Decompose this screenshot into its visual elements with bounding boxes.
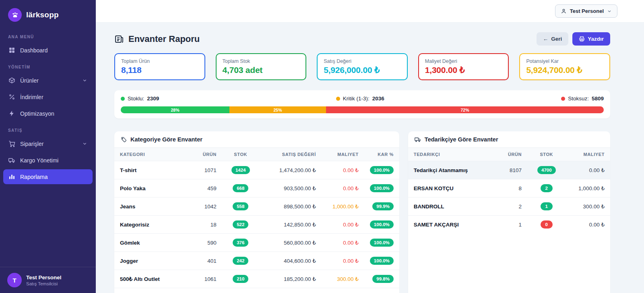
sidebar-item-siparisler[interactable]: Siparişler	[3, 136, 93, 151]
table-row[interactable]: ERSAN KOTÇU 8 2 1,000.00 ₺	[408, 179, 610, 197]
main-area: Test Personel Envanter Raporu ← Geri Yaz…	[96, 0, 644, 293]
column-header[interactable]: STOK	[222, 148, 259, 161]
bar-segment-kritik: 25%	[229, 106, 326, 113]
profit-badge: 99.8%	[372, 275, 394, 283]
table-row[interactable]: Kategorisiz 18 522 142,850.00 ₺ 0.00 ₺ 1…	[114, 216, 399, 234]
stock-badge: 242	[233, 257, 248, 265]
sidebar-item-label: Ürünler	[20, 77, 39, 84]
bar-segment-stoksuz: 72%	[326, 106, 604, 113]
sidebar-item-dashboard[interactable]: Dashboard	[3, 43, 93, 58]
column-header[interactable]: ÜRÜN	[188, 148, 222, 161]
stock-badge: 1	[541, 202, 553, 210]
column-header[interactable]: KATEGORI	[114, 148, 188, 161]
avatar: T	[7, 273, 22, 287]
print-button-label: Yazdır	[588, 36, 604, 42]
table-row[interactable]: Polo Yaka 459 668 903,500.00 ₺ 0.00 ₺ 10…	[114, 179, 399, 197]
profit-badge: 100.0%	[370, 166, 394, 174]
paw-logo-icon	[8, 8, 22, 22]
stat-label: Toplam Stok	[223, 58, 300, 64]
legend-label: Stoklu:	[128, 96, 144, 102]
table-row[interactable]: BANDROLL 2 1 300.00 ₺	[408, 197, 610, 216]
app-name: lärksopp	[26, 10, 59, 19]
column-header[interactable]: SATIŞ DEĞERİ	[259, 148, 322, 161]
column-header[interactable]: MALIYET	[322, 148, 364, 161]
stock-badge: 4700	[537, 166, 556, 174]
box-icon	[8, 77, 15, 84]
print-button[interactable]: Yazdır	[572, 32, 610, 46]
topbar: Test Personel	[96, 0, 644, 23]
sidebar: lärksopp ANA MENÜ Dashboard YÖNETİM Ürün…	[0, 0, 96, 293]
stock-badge: 668	[233, 184, 248, 192]
legend-stoksuz: Stoksuz: 5809	[561, 96, 604, 102]
legend-value: 5809	[592, 96, 604, 102]
profit-badge: 100.0%	[370, 257, 394, 265]
sidebar-item-kargo-yonetimi[interactable]: Kargo Yönetimi	[3, 153, 93, 168]
table-row[interactable]: Jeans 1042 558 898,500.00 ₺ 1,000.00 ₺ 9…	[114, 197, 399, 216]
column-header[interactable]: STOK	[527, 148, 566, 161]
sidebar-item-urunler[interactable]: Ürünler	[3, 73, 93, 88]
report-icon	[114, 34, 124, 44]
column-header[interactable]: KAR %	[364, 148, 399, 161]
person-icon	[561, 8, 567, 14]
column-header[interactable]: ÜRÜN	[495, 148, 527, 161]
table-row[interactable]: 500₺ Altı Outlet 1061 210 185,200.00 ₺ 3…	[114, 270, 399, 288]
bolt-icon	[8, 110, 15, 117]
sidebar-item-label: Kargo Yönetimi	[20, 157, 58, 164]
sidebar-user[interactable]: T Test Personel Satış Temsilcisi	[0, 267, 96, 293]
supplier-table-card: Tedarikçiye Göre Envanter TEDARIKÇI ÜRÜN…	[408, 131, 610, 293]
sidebar-spacer	[0, 185, 96, 267]
legend-kritik: Kritik (1-3): 2036	[336, 96, 384, 102]
stat-label: Potansiyel Kar	[526, 58, 603, 64]
table-row[interactable]: Jogger 401 242 404,600.00 ₺ 0.00 ₺ 100.0…	[114, 252, 399, 270]
supplier-table-title: Tedarikçiye Göre Envanter	[425, 136, 498, 143]
stat-value: 4,703 adet	[223, 65, 300, 75]
sidebar-item-label: İndirimler	[20, 94, 43, 100]
sidebar-item-raporlama[interactable]: Raporlama	[3, 169, 93, 184]
stock-status-card: Stoklu: 2309 Kritik (1-3): 2036 Stoksuz:…	[114, 90, 610, 118]
sidebar-item-label: Dashboard	[20, 47, 48, 54]
stat-cards-row: Toplam Ürün 8,118 Toplam Stok 4,703 adet…	[114, 53, 610, 80]
bar-chart-icon	[8, 173, 15, 180]
sidebar-item-optimizasyon[interactable]: Optimizasyon	[3, 106, 93, 121]
table-row[interactable]: Gömlek 590 376 560,800.00 ₺ 0.00 ₺ 100.0…	[114, 234, 399, 252]
stat-label: Satış Değeri	[324, 58, 401, 64]
legend-value: 2309	[147, 96, 159, 102]
category-table: KATEGORI ÜRÜN STOK SATIŞ DEĞERİ MALIYET …	[114, 148, 399, 293]
table-row[interactable]: SAMET AKÇARŞI 1 0 0.00 ₺	[408, 216, 610, 234]
sidebar-item-indirimler[interactable]: İndirimler	[3, 89, 93, 104]
printer-icon	[579, 36, 585, 42]
sidebar-item-label: Optimizasyon	[20, 110, 54, 117]
category-table-card: Kategoriye Göre Envanter KATEGORI ÜRÜN S…	[114, 131, 399, 293]
section-label-satis: SATIŞ	[0, 122, 96, 135]
supplier-table: TEDARIKÇI ÜRÜN STOK MALIYET Tedarikçi At…	[408, 148, 610, 233]
stat-value: 8,118	[121, 65, 198, 75]
profit-badge: 99.9%	[372, 202, 394, 210]
cart-icon	[8, 140, 15, 147]
profit-badge: 100.0%	[370, 184, 394, 192]
page-title: Envanter Raporu	[128, 34, 200, 44]
arrow-left-icon: ←	[543, 36, 549, 42]
column-header[interactable]: TEDARIKÇI	[408, 148, 495, 161]
column-header[interactable]: MALIYET	[566, 148, 611, 161]
sidebar-item-label: Raporlama	[20, 174, 47, 180]
stat-value: 5,926,000.00 ₺	[324, 65, 401, 75]
user-menu-button[interactable]: Test Personel	[555, 4, 617, 18]
percent-icon	[8, 94, 15, 100]
table-row[interactable]: Mont-Ceket 912 175 403,000.00 ₺ 0.00 ₺ 1…	[114, 288, 399, 293]
legend-value: 2036	[372, 96, 384, 102]
stat-card-maliyet-degeri: Maliyet Değeri 1,300.00 ₺	[418, 53, 509, 80]
back-button[interactable]: ← Geri	[537, 32, 569, 46]
chevron-down-icon	[82, 141, 87, 146]
tag-icon	[121, 137, 127, 143]
legend-stoklu: Stoklu: 2309	[121, 96, 159, 102]
user-menu-label: Test Personel	[570, 8, 604, 14]
legend-label: Stoksuz:	[568, 96, 589, 102]
stat-value: 5,924,700.00 ₺	[526, 65, 603, 75]
stock-badge: 0	[541, 220, 553, 229]
section-label-ana-menu: ANA MENÜ	[0, 28, 96, 42]
table-row[interactable]: T-shirt 1071 1424 1,474,200.00 ₺ 0.00 ₺ …	[114, 161, 399, 179]
stock-badge: 522	[233, 220, 248, 229]
table-row[interactable]: Tedarikçi Atanmamış 8107 4700 0.00 ₺	[408, 161, 610, 179]
page-header: Envanter Raporu ← Geri Yazdır	[114, 32, 610, 46]
content: Envanter Raporu ← Geri Yazdır Toplam Ürü…	[96, 23, 644, 293]
